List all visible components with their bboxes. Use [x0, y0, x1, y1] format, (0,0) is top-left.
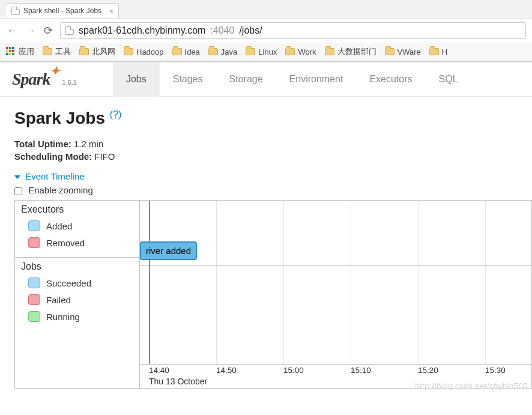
close-icon[interactable]: ×: [109, 7, 113, 16]
url-host: spark01-61cdh.chybinmy.com: [79, 25, 205, 36]
url-port: :4040: [210, 25, 234, 36]
tab-strip: Spark shell - Spark Jobs ×: [0, 0, 532, 18]
swatch-succeeded: [28, 277, 40, 288]
legend-group-executors: Executors Added Removed: [15, 201, 139, 258]
legend-removed: Removed: [21, 234, 133, 251]
reload-button[interactable]: ⟳: [42, 24, 54, 37]
page-content: Spark Jobs (?) Total Uptime: 1.2 min Sch…: [0, 97, 532, 401]
bookmark-item[interactable]: 北风网: [79, 46, 115, 57]
spark-navbar: Spark✦ 1.6.1 Jobs Stages Storage Environ…: [0, 62, 532, 97]
spark-logo[interactable]: Spark✦ 1.6.1: [12, 70, 77, 89]
spark-version: 1.6.1: [62, 79, 76, 86]
bookmark-item[interactable]: Hadoop: [124, 47, 164, 56]
back-button[interactable]: ←: [6, 25, 18, 37]
url-path: /jobs/: [239, 25, 262, 36]
tab-title: Spark shell - Spark Jobs: [23, 7, 101, 15]
folder-icon: [43, 48, 52, 55]
tab-stages[interactable]: Stages: [160, 62, 216, 97]
tab-environment[interactable]: Environment: [276, 62, 357, 97]
spark-tabs: Jobs Stages Storage Environment Executor…: [113, 62, 471, 97]
uptime-row: Total Uptime: 1.2 min: [14, 139, 518, 149]
bookmark-item[interactable]: Linux: [246, 47, 277, 56]
folder-icon: [208, 48, 218, 55]
tab-jobs[interactable]: Jobs: [113, 62, 160, 97]
enable-zoom-row: Enable zooming: [14, 185, 518, 195]
page-icon: [65, 26, 74, 35]
scheduling-mode: FIFO: [94, 151, 115, 162]
page-icon: [11, 7, 20, 15]
apps-button[interactable]: 应用: [6, 46, 34, 57]
bookmark-item[interactable]: VWare: [385, 47, 421, 56]
browser-tab[interactable]: Spark shell - Spark Jobs ×: [5, 3, 119, 18]
legend-failed: Failed: [21, 291, 133, 308]
forward-button[interactable]: →: [24, 25, 36, 37]
legend-succeeded: Succeeded: [21, 274, 133, 291]
timeline-chart[interactable]: river added 14:40 14:50 15:00 15:10 15:2…: [140, 201, 531, 388]
legend-running: Running: [21, 308, 133, 325]
bookmark-item[interactable]: H: [429, 47, 447, 56]
apps-label: 应用: [19, 46, 34, 57]
current-time-line: [149, 201, 150, 364]
folder-icon: [429, 48, 439, 55]
bookmark-item[interactable]: Idea: [172, 47, 200, 56]
enable-zoom-label: Enable zooming: [28, 185, 93, 195]
timeline-legend: Executors Added Removed Jobs Succeeded F…: [15, 201, 140, 388]
star-icon: ✦: [50, 64, 59, 78]
event-driver-added[interactable]: river added: [140, 241, 197, 260]
tab-storage[interactable]: Storage: [216, 62, 276, 97]
timeline: Executors Added Removed Jobs Succeeded F…: [14, 200, 532, 389]
legend-group-jobs: Jobs Succeeded Failed Running: [15, 258, 139, 331]
apps-icon: [6, 47, 16, 56]
address-row: ← → ⟳ spark01-61cdh.chybinmy.com:4040/jo…: [0, 18, 532, 43]
enable-zoom-checkbox[interactable]: [14, 187, 22, 195]
chevron-down-icon: [14, 175, 20, 179]
bookmark-item[interactable]: 大数据部门: [325, 46, 376, 57]
folder-icon: [124, 48, 133, 55]
swatch-added: [28, 220, 40, 231]
browser-chrome: Spark shell - Spark Jobs × ← → ⟳ spark01…: [0, 0, 532, 62]
scheduling-row: Scheduling Mode: FIFO: [14, 151, 518, 162]
tab-sql[interactable]: SQL: [426, 62, 471, 97]
bookmark-item[interactable]: 工具: [43, 46, 71, 57]
folder-icon: [385, 48, 394, 55]
swatch-failed: [28, 294, 40, 305]
legend-added: Added: [21, 217, 133, 234]
event-timeline-toggle[interactable]: Event Timeline: [14, 171, 518, 181]
bookmark-item[interactable]: Java: [208, 47, 237, 56]
folder-icon: [79, 48, 89, 55]
uptime-value: 1.2 min: [74, 139, 103, 149]
swatch-removed: [28, 237, 40, 248]
swatch-running: [28, 311, 40, 322]
bookmark-bar: 应用 工具 北风网 Hadoop Idea Java Linux Work 大数…: [0, 43, 532, 61]
timeline-date: Thu 13 October: [149, 377, 207, 386]
folder-icon: [172, 48, 182, 55]
bookmark-item[interactable]: Work: [285, 47, 316, 56]
page-title: Spark Jobs (?): [14, 109, 518, 128]
address-bar[interactable]: spark01-61cdh.chybinmy.com:4040/jobs/: [60, 22, 526, 39]
folder-icon: [246, 48, 255, 55]
timeline-axis: 14:40 14:50 15:00 15:10 15:20 15:30 Thu …: [140, 364, 531, 388]
tab-executors[interactable]: Executors: [356, 62, 425, 97]
folder-icon: [285, 48, 295, 55]
help-link[interactable]: (?): [110, 109, 122, 120]
folder-icon: [325, 48, 334, 55]
